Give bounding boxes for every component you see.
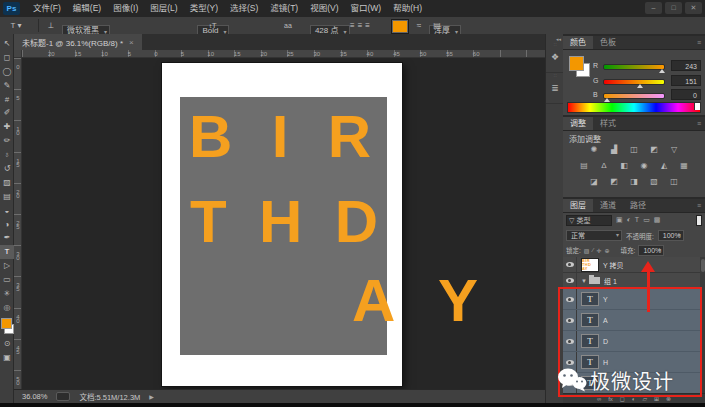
menu-item-4[interactable]: 类型(Y) [184, 0, 224, 17]
marquee-tool[interactable]: ◻ [0, 51, 14, 65]
visibility-toggle[interactable] [563, 273, 577, 288]
menu-item-1[interactable]: 编辑(E) [67, 0, 107, 17]
align-center-icon[interactable]: ≡ [358, 19, 363, 32]
dodge-tool[interactable]: ◑ [0, 218, 14, 232]
adjustments-panel-menu-icon[interactable]: ≡ [697, 117, 705, 130]
menu-item-7[interactable]: 视图(V) [304, 0, 344, 17]
zoom-tool[interactable]: ◎ [0, 301, 14, 315]
filter-type-icon[interactable]: T [635, 216, 639, 224]
channel-value-G[interactable]: 151 [671, 75, 701, 86]
healing-brush-tool[interactable]: ✚ [0, 120, 14, 134]
adjustment-icon[interactable]: ◩ [647, 144, 661, 156]
adjustment-icon[interactable]: ◪ [587, 176, 601, 188]
blend-mode-select[interactable]: 正常 [566, 230, 622, 241]
menu-item-3[interactable]: 图层(L) [144, 0, 183, 17]
lasso-tool[interactable]: ◯ [0, 65, 14, 79]
align-left-icon[interactable]: ≡ [350, 19, 355, 32]
quick-selection-tool[interactable]: ✎ [0, 79, 14, 93]
adjustment-icon[interactable]: ◉ [637, 160, 651, 172]
eyedropper-tool[interactable]: ✐ [0, 106, 14, 120]
group-expand-icon[interactable]: ▼ [581, 278, 587, 284]
crop-tool[interactable]: # [0, 93, 14, 107]
close-button[interactable]: ✕ [685, 2, 702, 14]
adjustment-icon[interactable]: ▟ [607, 144, 621, 156]
shape-tool[interactable]: ▭ [0, 273, 14, 287]
text-orientation-icon[interactable]: ⟂ [44, 19, 58, 32]
quick-mask-button[interactable]: ⊙ [0, 337, 14, 351]
layers-panel-menu-icon[interactable]: ≡ [697, 199, 705, 212]
slider-handle[interactable] [659, 69, 665, 73]
color-swatches[interactable] [0, 317, 14, 337]
menu-item-0[interactable]: 文件(F) [27, 0, 67, 17]
opacity-value[interactable]: 100% [658, 230, 684, 241]
move-tool[interactable]: ↖ [0, 37, 14, 51]
channel-value-B[interactable]: 0 [671, 89, 701, 100]
filter-type-icon[interactable]: ▩ [654, 216, 661, 224]
dock-panel-button-1[interactable]: ∷❖ [546, 42, 564, 73]
menu-item-9[interactable]: 帮助(H) [387, 0, 428, 17]
foreground-color-swatch[interactable] [1, 318, 12, 329]
blur-tool[interactable]: ◒ [0, 204, 14, 218]
filter-toggle[interactable] [696, 215, 702, 226]
adjustment-icon[interactable]: ◫ [627, 144, 641, 156]
white-chip[interactable] [694, 103, 700, 110]
layers-panel-tab-0[interactable]: 图层 [563, 199, 593, 212]
color-panel-tab-1[interactable]: 色板 [593, 36, 623, 49]
adjustment-icon[interactable]: ✺ [587, 144, 601, 156]
adjustment-icon[interactable]: ▽ [667, 144, 681, 156]
minimize-button[interactable]: – [645, 2, 662, 14]
document-tab[interactable]: 未标题-1 @ 36.1%(RGB/8) * × [14, 34, 142, 50]
channel-slider-B[interactable] [603, 93, 665, 99]
slider-handle[interactable] [637, 84, 643, 88]
adjustments-panel-tab-1[interactable]: 样式 [593, 117, 623, 130]
history-brush-tool[interactable]: ↺ [0, 162, 14, 176]
toggle-panels-icon[interactable]: ▤ [430, 19, 444, 32]
eraser-tool[interactable]: ▨ [0, 176, 14, 190]
menu-item-2[interactable]: 图像(I) [107, 0, 144, 17]
clone-stamp-tool[interactable]: ♁ [0, 148, 14, 162]
brush-tool[interactable]: ✏ [0, 134, 14, 148]
adjustment-icon[interactable]: ▤ [577, 160, 591, 172]
channel-value-R[interactable]: 243 [671, 60, 701, 71]
lock-icon[interactable]: ▨ [584, 247, 590, 254]
type-tool-preset-icon[interactable]: T ▾ [6, 19, 26, 32]
tab-close-icon[interactable]: × [129, 38, 134, 47]
layer-row-0[interactable]: BIRTHDAYY 拷贝 [563, 257, 705, 273]
filter-type-icon[interactable]: ◐ [627, 216, 631, 224]
lock-icon[interactable]: ∕ [592, 247, 593, 254]
panel-foreground-swatch[interactable] [569, 56, 584, 71]
adjustment-icon[interactable]: ◭ [657, 160, 671, 172]
adjustment-icon[interactable]: ◫ [667, 176, 681, 188]
path-selection-tool[interactable]: ▷ [0, 259, 14, 273]
dock-panel-button-2[interactable]: ∷≣ [546, 73, 564, 104]
adjustment-icon[interactable]: ▦ [677, 160, 691, 172]
menu-item-8[interactable]: 窗口(W) [345, 0, 388, 17]
maximize-button[interactable]: □ [665, 2, 682, 14]
gradient-tool[interactable]: ▤ [0, 190, 14, 204]
zoom-level[interactable]: 36.08% [22, 392, 47, 401]
type-tool[interactable]: T [0, 245, 14, 259]
color-panel-menu-icon[interactable]: ≡ [697, 36, 705, 49]
layers-panel-tab-2[interactable]: 路径 [623, 199, 653, 212]
adjustment-icon[interactable]: ◨ [627, 176, 641, 188]
status-expand-icon[interactable]: ▶ [149, 393, 154, 400]
visibility-toggle[interactable] [563, 257, 577, 272]
adjustment-icon[interactable]: ◩ [607, 176, 621, 188]
fill-value[interactable]: 100% [638, 245, 664, 256]
color-panel-tab-0[interactable]: 颜色 [563, 36, 593, 49]
lock-icon[interactable]: ✛ [597, 247, 602, 254]
text-color-swatch[interactable] [391, 19, 409, 34]
canvas-page[interactable]: BIRTHDAY [162, 63, 402, 386]
color-spectrum-ramp[interactable] [567, 102, 701, 113]
filter-type-icon[interactable]: ▭ [643, 216, 650, 224]
adjustments-panel-tab-0[interactable]: 调整 [563, 117, 593, 130]
warp-text-icon[interactable]: ≈ [412, 19, 426, 32]
screen-mode-button[interactable]: ▣ [0, 351, 14, 365]
adjustment-icon[interactable]: Δ [597, 160, 611, 172]
filter-type-icon[interactable]: ▣ [616, 216, 623, 224]
layers-panel-tab-1[interactable]: 通道 [593, 199, 623, 212]
lock-icon[interactable]: ⊕ [605, 247, 610, 254]
channel-slider-G[interactable] [603, 79, 665, 85]
channel-slider-R[interactable] [603, 64, 665, 70]
menu-item-6[interactable]: 滤镜(T) [264, 0, 304, 17]
